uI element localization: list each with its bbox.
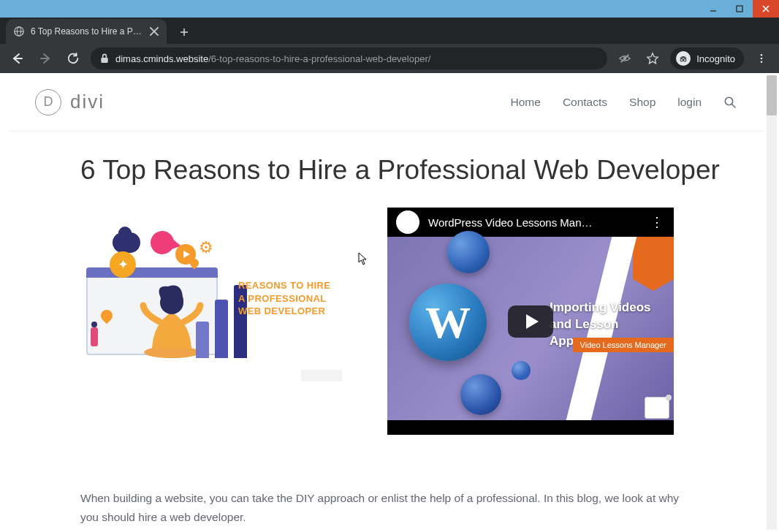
svg-point-18 [680,58,683,61]
bulb-icon: ✦ [110,251,136,278]
logo-text: divi [70,91,104,113]
svg-point-19 [684,58,687,61]
incognito-label: Incognito [696,53,735,64]
wordpress-icon: W [409,284,487,361]
person-illustration [139,279,205,360]
cloud-icon [113,232,140,253]
tab-title: 6 Top Reasons to Hire a Professic [31,26,143,37]
video-title[interactable]: WordPress Video Lessons Man… [428,216,642,229]
svg-point-22 [761,58,763,60]
browser-window: 6 Top Reasons to Hire a Professic dimas.… [0,0,779,532]
nav-shop[interactable]: Shop [629,96,656,109]
ribbon-icon [633,237,674,279]
star-icon[interactable] [642,48,663,69]
tab-strip: 6 Top Reasons to Hire a Professic [0,18,779,44]
page-title: 6 Top Reasons to Hire a Professional Web… [80,155,764,186]
globe-icon [13,26,25,37]
svg-rect-15 [101,58,107,63]
kebab-menu-button[interactable] [751,48,772,69]
hero-illustration: ✦ ⚙ [80,237,336,368]
nav-home[interactable]: Home [511,96,541,109]
minimize-button[interactable] [700,0,726,18]
site-logo[interactable]: D divi [35,89,104,115]
svg-point-21 [761,54,763,56]
scrollbar-track[interactable] [767,75,777,530]
site-header: D divi Home Contacts Shop login [7,73,764,132]
search-icon[interactable] [723,96,737,109]
close-window-button[interactable] [753,0,779,18]
page-viewport: D divi Home Contacts Shop login 6 Top Re… [0,73,779,532]
content-columns: ✦ ⚙ [7,208,764,435]
address-bar: dimas.cminds.website/6-top-reasons-to-hi… [0,44,779,73]
video-play-button[interactable] [508,305,553,338]
logo-mark: D [35,89,61,115]
video-embed[interactable]: W Importing Videos and Lesson Apperance … [387,208,674,435]
new-tab-button[interactable] [174,22,194,42]
scrollbar-thumb[interactable] [767,75,777,115]
forward-button[interactable] [35,48,56,69]
video-badge: Video Lessons Manager [573,338,674,352]
video-menu-button[interactable]: ⋮ [650,214,665,230]
miniperson-icon [91,327,98,346]
browser-tab[interactable]: 6 Top Reasons to Hire a Professic [6,19,167,44]
nav-contacts[interactable]: Contacts [563,96,607,109]
primary-nav: Home Contacts Shop login [511,96,737,109]
brand-cube-icon [645,397,669,419]
url-host: dimas.cminds.website/6-top-reasons-to-hi… [115,53,430,64]
back-button[interactable] [7,48,28,69]
lock-icon [99,53,110,64]
svg-rect-1 [737,6,742,12]
gear-icon: ⚙ [199,238,213,257]
omnibox[interactable]: dimas.cminds.website/6-top-reasons-to-hi… [91,48,607,69]
site-content: D divi Home Contacts Shop login 6 Top Re… [7,73,764,532]
eye-off-icon[interactable] [615,48,635,69]
illustration-caption: REASONS TO HIRE A PROFESSIONAL WEB DEVEL… [238,279,330,318]
incognito-indicator[interactable]: Incognito [670,48,744,69]
svg-point-23 [761,61,763,64]
maximize-button[interactable] [726,0,753,18]
tab-close-button[interactable] [149,26,159,37]
svg-line-25 [732,104,736,107]
body-paragraph: When building a website, you can take th… [7,435,764,528]
illustration-credit [301,370,342,381]
reload-button[interactable] [63,48,83,69]
incognito-icon [676,51,691,66]
video-topbar: WordPress Video Lessons Man… ⋮ [387,208,674,237]
channel-avatar[interactable] [396,210,419,234]
os-titlebar [0,0,779,18]
megaphone-icon [148,229,175,256]
nav-login[interactable]: login [677,96,702,109]
